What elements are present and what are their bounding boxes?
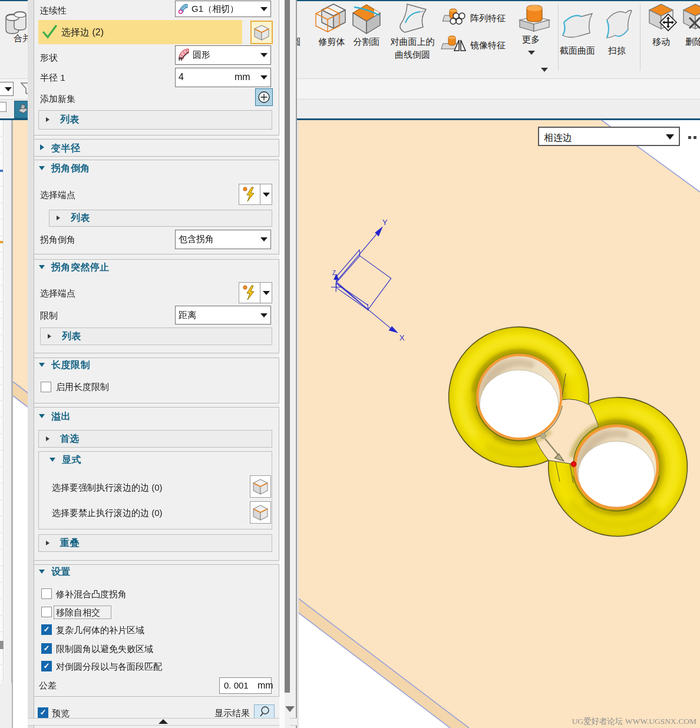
svg-text:Y: Y — [382, 218, 388, 227]
svg-text:X: X — [399, 333, 405, 342]
svg-text:Z: Z — [332, 270, 336, 276]
svg-text:UG爱好者论坛 WWW.UGSNX.COM: UG爱好者论坛 WWW.UGSNX.COM — [572, 717, 696, 726]
